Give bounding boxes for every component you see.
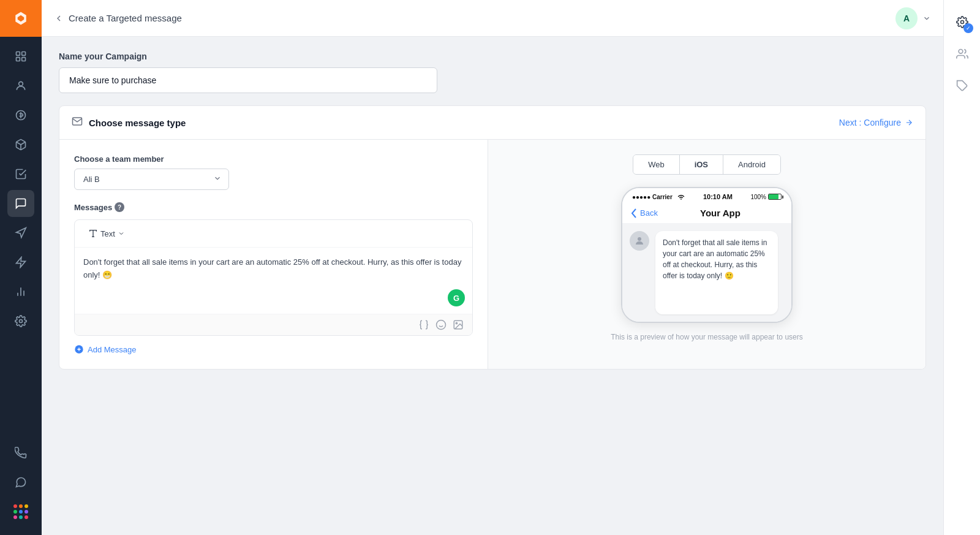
- content: Name your Campaign Choose message type: [42, 37, 943, 535]
- tab-android[interactable]: Android: [723, 155, 780, 174]
- svg-rect-1: [22, 52, 26, 56]
- phone-nav: Back Your App: [622, 203, 791, 224]
- wifi-icon: [677, 194, 685, 200]
- messages-label: Messages ?: [74, 202, 473, 212]
- svg-rect-0: [17, 52, 20, 56]
- card-header: Choose message type Next : Configure: [59, 106, 925, 140]
- main-card: Choose message type Next : Configure Cho…: [59, 105, 926, 370]
- svg-point-4: [19, 82, 23, 86]
- editor-toolbar: Text: [75, 220, 472, 248]
- left-pane: Choose a team member Ali B Team Member 2…: [59, 140, 488, 369]
- emoji-icon[interactable]: [435, 319, 447, 330]
- tab-web[interactable]: Web: [633, 155, 680, 174]
- right-sidebar-people[interactable]: [950, 42, 974, 66]
- sidebar-item-automations[interactable]: [7, 249, 34, 276]
- right-pane: Web iOS Android ●●●●● Carrier: [488, 140, 925, 369]
- phone-contact-avatar: [630, 231, 649, 251]
- carrier-text: ●●●●● Carrier: [632, 194, 685, 200]
- sidebar-nav: [0, 37, 42, 439]
- phone-app-name: Your App: [700, 208, 741, 218]
- phone-messages: Don't forget that all sale items in your…: [622, 224, 791, 322]
- svg-marker-7: [17, 257, 26, 268]
- topbar: Create a Targeted message A: [42, 0, 943, 37]
- preview-tabs: Web iOS Android: [633, 154, 781, 175]
- email-icon: [72, 116, 83, 129]
- check-badge: ✓: [963, 23, 973, 33]
- help-icon: ?: [115, 202, 124, 212]
- editor-footer: [75, 314, 472, 335]
- card-header-left: Choose message type: [72, 116, 186, 129]
- phone-back-button: Back: [631, 208, 658, 218]
- svg-point-25: [959, 50, 963, 54]
- sidebar: [0, 0, 42, 535]
- sidebar-logo[interactable]: [0, 0, 42, 37]
- sidebar-item-messages[interactable]: [7, 190, 34, 217]
- editor-text[interactable]: Don't forget that all sale items in your…: [83, 256, 464, 305]
- phone-message-text: Don't forget that all sale items in your…: [663, 238, 767, 280]
- text-format-button[interactable]: Text: [83, 226, 130, 241]
- sidebar-item-settings[interactable]: [7, 308, 34, 335]
- sidebar-bottom: [7, 439, 34, 535]
- tag-icon: [956, 80, 968, 92]
- next-configure-button[interactable]: Next : Configure: [839, 118, 913, 127]
- team-member-select[interactable]: Ali B Team Member 2 Team Member 3: [74, 169, 229, 190]
- arrow-right-icon: [905, 118, 913, 127]
- sidebar-item-campaigns[interactable]: [7, 219, 34, 246]
- sidebar-item-reports[interactable]: [7, 161, 34, 188]
- preview-caption: This is a preview of how your message wi…: [611, 333, 802, 341]
- team-member-select-wrapper: Ali B Team Member 2 Team Member 3: [74, 169, 229, 190]
- sidebar-item-contacts[interactable]: [7, 72, 34, 99]
- add-message-label: Add Message: [88, 345, 137, 354]
- phone-message-bubble: Don't forget that all sale items in your…: [655, 231, 778, 314]
- right-sidebar-settings[interactable]: ✓: [950, 10, 974, 34]
- back-button[interactable]: Create a Targeted message: [54, 13, 182, 23]
- main-wrapper: Create a Targeted message A Name your Ca…: [42, 0, 943, 535]
- phone-status-bar: ●●●●● Carrier 10:10 AM 100%: [622, 188, 791, 203]
- sidebar-dot-grid[interactable]: [7, 498, 34, 525]
- svg-point-19: [456, 322, 457, 324]
- image-icon[interactable]: [453, 319, 464, 330]
- campaign-name-input[interactable]: [59, 67, 437, 93]
- people-icon: [956, 48, 968, 60]
- phone-back-icon: [631, 208, 637, 218]
- avatar: A: [895, 7, 918, 29]
- chevron-down-icon[interactable]: [922, 14, 931, 23]
- team-member-label: Choose a team member: [74, 154, 473, 164]
- sidebar-item-phone[interactable]: [7, 439, 34, 466]
- sidebar-item-chat[interactable]: [7, 469, 34, 496]
- sidebar-item-revenue[interactable]: [7, 102, 34, 129]
- svg-point-24: [960, 21, 963, 24]
- card-title: Choose message type: [89, 118, 186, 128]
- sidebar-item-dashboard[interactable]: [7, 43, 34, 70]
- time-display: 10:10 AM: [703, 193, 733, 200]
- right-sidebar: ✓: [943, 0, 980, 535]
- battery-status: 100%: [750, 194, 782, 200]
- dropdown-arrow-icon: [118, 230, 125, 237]
- right-sidebar-tag[interactable]: [950, 74, 974, 98]
- svg-rect-2: [17, 58, 20, 61]
- editor-body[interactable]: Don't forget that all sale items in your…: [75, 248, 472, 314]
- phone-mockup: ●●●●● Carrier 10:10 AM 100%: [621, 187, 793, 323]
- svg-point-15: [437, 321, 446, 330]
- text-format-icon: [88, 229, 98, 238]
- sidebar-item-products[interactable]: [7, 131, 34, 158]
- svg-point-23: [638, 237, 641, 241]
- topbar-right: A: [895, 7, 931, 29]
- svg-rect-3: [22, 58, 26, 61]
- sidebar-item-analytics[interactable]: [7, 278, 34, 305]
- tab-ios[interactable]: iOS: [680, 155, 723, 174]
- phone-avatar-icon: [634, 235, 645, 246]
- grammarly-button[interactable]: G: [448, 289, 465, 306]
- campaign-section: Name your Campaign: [59, 51, 926, 93]
- message-editor: Text Don't forget that all sale items in…: [74, 219, 473, 336]
- card-body: Choose a team member Ali B Team Member 2…: [59, 140, 925, 369]
- add-icon: [74, 344, 84, 354]
- add-message-button[interactable]: Add Message: [74, 344, 137, 354]
- svg-point-11: [20, 320, 23, 323]
- campaign-label: Name your Campaign: [59, 51, 926, 61]
- topbar-title: Create a Targeted message: [69, 13, 182, 23]
- braces-icon[interactable]: [418, 319, 429, 330]
